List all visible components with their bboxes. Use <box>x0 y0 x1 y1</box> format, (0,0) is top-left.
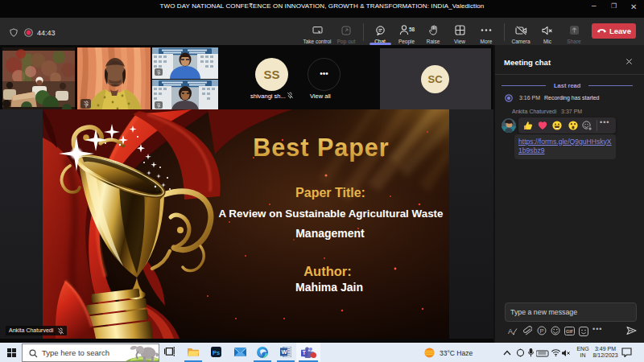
svg-text:A Review on Sustainable Agricu: A Review on Sustainable Agricultural Was… <box>218 208 443 220</box>
svg-text:58: 58 <box>409 27 415 32</box>
svg-text:T: T <box>303 350 306 356</box>
svg-text:Ps: Ps <box>213 349 220 356</box>
svg-text:GIF: GIF <box>566 329 574 334</box>
svg-text:Management: Management <box>295 227 365 240</box>
svg-text:Best Paper: Best Paper <box>253 134 389 162</box>
svg-text:W: W <box>282 348 288 356</box>
svg-text:A: A <box>508 327 513 335</box>
svg-text:Author:: Author: <box>303 264 352 278</box>
svg-text:Mahima Jain: Mahima Jain <box>295 281 363 294</box>
svg-text:P: P <box>540 327 544 335</box>
svg-text:Paper Title:: Paper Title: <box>295 186 365 200</box>
